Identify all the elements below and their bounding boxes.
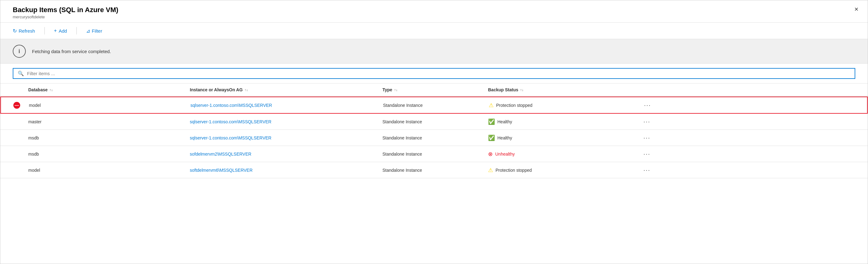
row-1-actions: ··· bbox=[643, 118, 668, 125]
row-0-icon-cell: — bbox=[13, 102, 29, 109]
toolbar-divider-1 bbox=[44, 27, 45, 34]
add-label: Add bbox=[59, 28, 67, 34]
stop-icon: — bbox=[13, 102, 20, 109]
col-backup-status-sort-icon[interactable]: ↑↓ bbox=[520, 88, 524, 92]
row-4-instance: softdelmervm6\MSSQLSERVER bbox=[190, 168, 382, 173]
row-4-status-text: Protection stopped bbox=[496, 168, 532, 173]
col-backup-status-label: Backup Status bbox=[488, 87, 518, 92]
info-banner: i Fetching data from service completed. bbox=[0, 39, 868, 64]
row-2-instance: sqlserver-1.contoso.com\MSSQLSERVER bbox=[190, 135, 382, 140]
close-button[interactable]: × bbox=[854, 6, 858, 13]
col-instance-sort-icon[interactable]: ↑↓ bbox=[245, 88, 248, 92]
row-1-database: master bbox=[28, 119, 190, 124]
row-3-database: msdb bbox=[28, 152, 190, 157]
warning-icon: ⚠ bbox=[489, 102, 494, 109]
filter-button[interactable]: ⊿ Filter bbox=[86, 28, 102, 34]
row-0-instance: sqlserver-1.contoso.com\MSSQLSERVER bbox=[190, 103, 383, 108]
row-1-backup-status: ✅ Healthy bbox=[488, 118, 643, 125]
row-3-backup-status: ⊗ Unhealthy bbox=[488, 151, 643, 158]
row-4-type: Standalone Instance bbox=[382, 168, 488, 173]
col-type-sort-icon[interactable]: ↑↓ bbox=[394, 88, 398, 92]
col-header-instance: Instance or AlwaysOn AG ↑↓ bbox=[190, 87, 382, 92]
row-2-actions: ··· bbox=[643, 134, 668, 141]
filter-label: Filter bbox=[92, 28, 102, 34]
col-header-actions bbox=[643, 87, 668, 92]
row-1-type: Standalone Instance bbox=[382, 119, 488, 124]
row-3-instance-link[interactable]: sofdelmervm2\MSSQLSERVER bbox=[190, 152, 251, 157]
row-4-more-button[interactable]: ··· bbox=[643, 166, 651, 174]
warning-icon: ⚠ bbox=[488, 167, 493, 174]
col-header-database: Database ↑↓ bbox=[28, 87, 190, 92]
table-row: msdb sqlserver-1.contoso.com\MSSQLSERVER… bbox=[0, 130, 868, 146]
error-icon: ⊗ bbox=[488, 151, 493, 158]
row-4-actions: ··· bbox=[643, 166, 668, 174]
panel-title: Backup Items (SQL in Azure VM) bbox=[13, 6, 855, 14]
row-0-database: model bbox=[29, 103, 190, 108]
row-2-instance-link[interactable]: sqlserver-1.contoso.com\MSSQLSERVER bbox=[190, 135, 272, 140]
table-header-row: Database ↑↓ Instance or AlwaysOn AG ↑↓ T… bbox=[0, 84, 868, 97]
row-0-status-text: Protection stopped bbox=[496, 103, 532, 108]
col-database-label: Database bbox=[28, 87, 48, 92]
panel-subtitle: mercurysoftdelete bbox=[13, 14, 855, 19]
row-4-instance-link[interactable]: softdelmervm6\MSSQLSERVER bbox=[190, 168, 253, 173]
row-1-instance-link[interactable]: sqlserver-1.contoso.com\MSSQLSERVER bbox=[190, 119, 272, 124]
row-4-backup-status: ⚠ Protection stopped bbox=[488, 167, 643, 174]
ok-icon: ✅ bbox=[488, 134, 495, 141]
toolbar-divider-2 bbox=[76, 27, 77, 34]
row-2-backup-status: ✅ Healthy bbox=[488, 134, 643, 141]
toolbar: ↻ Refresh + Add ⊿ Filter bbox=[0, 23, 868, 39]
search-bar: 🔍 bbox=[13, 68, 855, 79]
table-row: master sqlserver-1.contoso.com\MSSQLSERV… bbox=[0, 114, 868, 130]
col-header-backup-status: Backup Status ↑↓ bbox=[488, 87, 643, 92]
col-type-label: Type bbox=[382, 87, 392, 92]
row-2-status-text: Healthy bbox=[497, 135, 512, 140]
col-header-type: Type ↑↓ bbox=[382, 87, 488, 92]
info-icon: i bbox=[13, 45, 26, 58]
filter-icon: ⊿ bbox=[86, 28, 90, 34]
row-1-more-button[interactable]: ··· bbox=[643, 118, 651, 125]
row-4-database: model bbox=[28, 168, 190, 173]
add-button[interactable]: + Add bbox=[54, 28, 67, 34]
row-0-actions: ··· bbox=[644, 102, 669, 109]
ok-icon: ✅ bbox=[488, 118, 495, 125]
add-icon: + bbox=[54, 28, 57, 34]
refresh-icon: ↻ bbox=[13, 28, 17, 34]
backup-items-table: Database ↑↓ Instance or AlwaysOn AG ↑↓ T… bbox=[0, 84, 868, 178]
table-row: model softdelmervm6\MSSQLSERVER Standalo… bbox=[0, 162, 868, 178]
panel-header: Backup Items (SQL in Azure VM) mercuryso… bbox=[0, 0, 868, 23]
row-3-status-text: Unhealthy bbox=[495, 152, 515, 157]
col-header-icon bbox=[13, 87, 28, 92]
refresh-button[interactable]: ↻ Refresh bbox=[13, 28, 35, 34]
row-0-type: Standalone Instance bbox=[383, 103, 489, 108]
backup-items-panel: Backup Items (SQL in Azure VM) mercuryso… bbox=[0, 0, 868, 264]
refresh-label: Refresh bbox=[19, 28, 35, 34]
row-2-more-button[interactable]: ··· bbox=[643, 134, 651, 141]
search-bar-wrap: 🔍 bbox=[0, 64, 868, 84]
row-1-status-text: Healthy bbox=[497, 119, 512, 124]
row-0-more-button[interactable]: ··· bbox=[644, 102, 651, 109]
row-2-type: Standalone Instance bbox=[382, 135, 488, 140]
row-3-type: Standalone Instance bbox=[382, 152, 488, 157]
row-1-instance: sqlserver-1.contoso.com\MSSQLSERVER bbox=[190, 119, 382, 124]
info-message: Fetching data from service completed. bbox=[32, 49, 111, 54]
row-2-database: msdb bbox=[28, 135, 190, 140]
row-3-actions: ··· bbox=[643, 150, 668, 158]
col-database-sort-icon[interactable]: ↑↓ bbox=[50, 88, 53, 92]
row-0-instance-link[interactable]: sqlserver-1.contoso.com\MSSQLSERVER bbox=[190, 103, 272, 108]
col-instance-label: Instance or AlwaysOn AG bbox=[190, 87, 243, 92]
row-3-more-button[interactable]: ··· bbox=[643, 150, 651, 158]
row-0-backup-status: ⚠ Protection stopped bbox=[489, 102, 644, 109]
search-input[interactable] bbox=[27, 71, 850, 76]
table-row: — model sqlserver-1.contoso.com\MSSQLSER… bbox=[0, 97, 868, 114]
table-row: msdb sofdelmervm2\MSSQLSERVER Standalone… bbox=[0, 146, 868, 162]
search-icon: 🔍 bbox=[18, 70, 24, 76]
row-3-instance: sofdelmervm2\MSSQLSERVER bbox=[190, 152, 382, 157]
